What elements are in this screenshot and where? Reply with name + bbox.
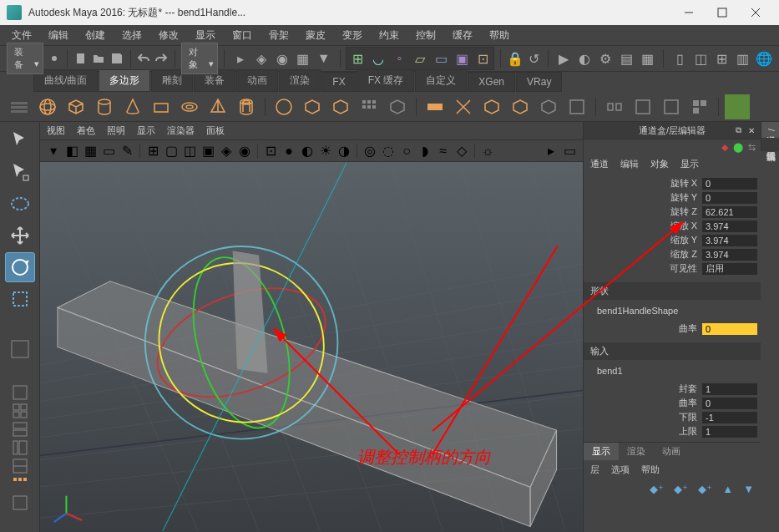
poly-cone-icon[interactable] xyxy=(120,94,145,119)
shelf-tab[interactable]: 多边形 xyxy=(99,69,150,92)
minimize-button[interactable] xyxy=(672,1,706,24)
attr-input[interactable] xyxy=(702,220,757,232)
snap-live-icon[interactable]: ▣ xyxy=(452,48,472,68)
vp-textured-icon[interactable]: ◐ xyxy=(299,143,316,160)
viewport-menu-item[interactable]: 面板 xyxy=(206,124,225,137)
new-file-icon[interactable] xyxy=(73,48,88,68)
vp-field-icon[interactable]: ◈ xyxy=(218,143,235,160)
poly-type-icon[interactable] xyxy=(357,94,382,119)
viewport-menu-item[interactable]: 渲染器 xyxy=(167,124,195,137)
open-file-icon[interactable] xyxy=(92,48,106,68)
poly-torus-icon[interactable] xyxy=(177,94,202,119)
menu-item[interactable]: 变形 xyxy=(334,26,371,45)
poly-plane-icon[interactable] xyxy=(149,94,174,119)
vp-panel-icon[interactable]: ▭ xyxy=(561,143,578,160)
viewport-3d[interactable]: 调整控制柄的方向 xyxy=(40,162,583,532)
layout-script-icon[interactable] xyxy=(12,494,28,511)
right-tab-attribute[interactable]: 属性编辑器 xyxy=(761,138,779,151)
menu-item[interactable]: 帮助 xyxy=(481,26,518,45)
attr-input[interactable] xyxy=(702,192,757,204)
menu-item[interactable]: 缓存 xyxy=(444,26,481,45)
poly-append-icon[interactable] xyxy=(630,94,655,119)
layout-two-h-icon[interactable] xyxy=(12,421,28,438)
save-file-icon[interactable] xyxy=(109,48,124,68)
sel-mask-4-icon[interactable]: ▦ xyxy=(293,48,313,68)
poly-combine-icon[interactable] xyxy=(422,94,448,119)
move-tool[interactable] xyxy=(5,220,35,251)
channel-menu-item[interactable]: 通道 xyxy=(590,158,609,170)
vp-exposure-icon[interactable]: ☼ xyxy=(479,143,496,160)
shelf-tab[interactable]: 动画 xyxy=(236,69,278,92)
vp-wireframe-icon[interactable]: ⊡ xyxy=(262,143,279,160)
poly-bridge-icon[interactable] xyxy=(602,94,627,119)
layout-outliner-icon[interactable] xyxy=(12,439,28,456)
shelf-toggle-icon[interactable] xyxy=(7,94,32,119)
layer-menu-item[interactable]: 层 xyxy=(590,464,599,476)
layer-move-up-icon[interactable]: ▲ xyxy=(722,483,733,495)
attr-input[interactable] xyxy=(702,426,757,438)
poly-sculpt-icon[interactable] xyxy=(725,94,750,119)
vp-motion-blur-icon[interactable]: ≈ xyxy=(435,143,452,160)
vp-aa-icon[interactable]: ◇ xyxy=(453,143,470,160)
channel-sync-icon[interactable]: ⇆ xyxy=(748,142,756,153)
scale-tool[interactable] xyxy=(5,284,35,314)
channel-menu-item[interactable]: 对象 xyxy=(650,158,669,170)
attr-input[interactable] xyxy=(702,249,757,261)
curvature-input[interactable] xyxy=(702,323,757,335)
attr-input[interactable] xyxy=(702,206,757,218)
snap-plane-icon[interactable]: ▱ xyxy=(410,48,430,68)
poly-platonic-icon[interactable] xyxy=(271,94,296,119)
layer-add-icon[interactable]: ◆⁺ xyxy=(698,483,712,495)
menu-item[interactable]: 创建 xyxy=(77,26,114,45)
snap-grid-icon[interactable]: ⊞ xyxy=(347,48,367,68)
layout-persp-icon[interactable] xyxy=(12,458,28,474)
vp-grid-icon[interactable]: ⊞ xyxy=(144,143,161,160)
attr-input[interactable] xyxy=(702,235,757,246)
vp-res-gate-icon[interactable]: ◫ xyxy=(181,143,198,160)
ipr-icon[interactable]: ◐ xyxy=(574,48,594,68)
layer-menu-item[interactable]: 选项 xyxy=(611,464,630,476)
poly-bevel-icon[interactable] xyxy=(659,94,684,119)
shelf-tab[interactable]: FX 缓存 xyxy=(357,69,415,92)
channel-red-icon[interactable]: ◆ xyxy=(721,142,728,153)
render-icon[interactable]: ▶ xyxy=(554,48,574,68)
panel-4-icon[interactable]: ▥ xyxy=(732,48,752,68)
layer-new-empty-icon[interactable]: ◆⁺ xyxy=(650,483,664,495)
maximize-button[interactable] xyxy=(706,1,739,24)
vp-xray-joints-icon[interactable]: ○ xyxy=(398,143,415,160)
vp-xray-icon[interactable]: ◌ xyxy=(380,143,397,160)
close-button[interactable] xyxy=(739,1,772,24)
vp-ao-icon[interactable]: ◗ xyxy=(417,143,433,160)
selection-mode-dropdown[interactable]: 对象 xyxy=(181,43,218,74)
menu-item[interactable]: 编辑 xyxy=(40,26,77,45)
menu-item[interactable]: 骨架 xyxy=(261,26,297,45)
poly-pyramid-icon[interactable] xyxy=(205,94,230,119)
sel-mask-2-icon[interactable]: ◈ xyxy=(251,48,271,68)
shelf-tab[interactable]: 渲染 xyxy=(279,69,321,92)
last-tool[interactable] xyxy=(5,334,35,364)
vp-select-camera-icon[interactable]: ▾ xyxy=(45,143,62,160)
panel-popout-icon[interactable]: ⧉ xyxy=(732,124,744,136)
layer-tab[interactable]: 渲染 xyxy=(619,443,654,460)
select-tool[interactable] xyxy=(5,125,35,155)
right-tab-channel[interactable]: 通道盒/层编辑器 xyxy=(761,122,779,138)
layer-tab[interactable]: 显示 xyxy=(584,443,619,460)
channel-menu-item[interactable]: 编辑 xyxy=(620,158,639,170)
menu-item[interactable]: 控制 xyxy=(407,26,444,45)
attr-input[interactable] xyxy=(702,178,757,190)
menu-item[interactable]: 约束 xyxy=(371,26,407,45)
shelf-tab[interactable]: FX xyxy=(321,72,356,92)
undo-icon[interactable] xyxy=(136,48,150,68)
attr-input[interactable] xyxy=(702,412,757,423)
shelf-tab[interactable]: VRay xyxy=(516,72,562,92)
vp-safe-icon[interactable]: ◉ xyxy=(236,143,253,160)
channel-green-icon[interactable]: ⬤ xyxy=(733,142,743,153)
layer-move-down-icon[interactable]: ▼ xyxy=(743,483,754,495)
poly-pipe-icon[interactable] xyxy=(234,94,259,119)
vp-lights-icon[interactable]: ☀ xyxy=(317,143,334,160)
layout-graph-icon[interactable] xyxy=(12,476,28,493)
poly-cube-icon[interactable] xyxy=(63,94,89,119)
workspace-config-icon[interactable] xyxy=(47,48,61,68)
paint-select-tool[interactable] xyxy=(5,189,35,219)
render-layer-icon[interactable]: ▤ xyxy=(616,48,636,68)
